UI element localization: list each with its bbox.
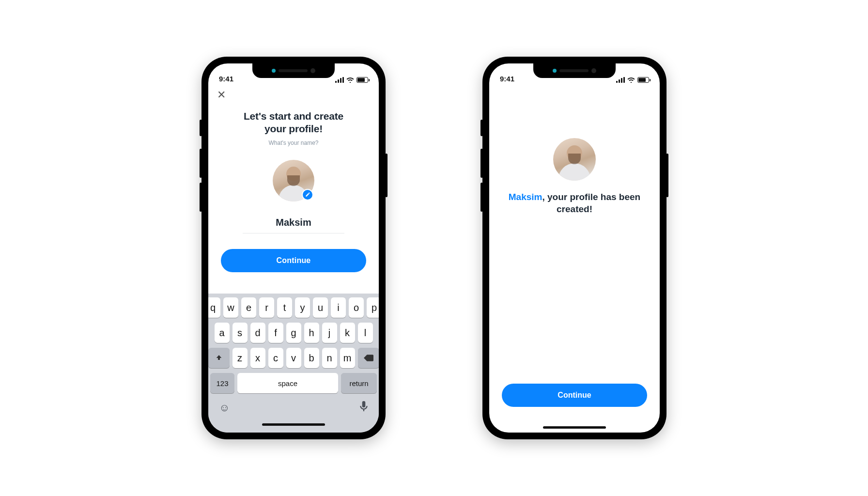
title-line-2: your profile!	[264, 123, 323, 134]
subtitle: What's your name?	[268, 140, 318, 146]
shift-icon	[215, 354, 223, 362]
keyboard-footer: ☺	[210, 398, 377, 416]
key-d[interactable]: d	[250, 323, 265, 343]
device-notch	[252, 63, 335, 78]
key-j[interactable]: j	[322, 323, 337, 343]
avatar-container	[273, 160, 314, 202]
status-icons	[335, 77, 368, 83]
screen-create-profile: 9:41 ✕ Let's start and create your profi…	[208, 63, 379, 433]
keyboard-row-2: a s d f g h j k l	[210, 323, 377, 343]
home-indicator[interactable]	[543, 426, 606, 429]
key-a[interactable]: a	[215, 323, 230, 343]
key-k[interactable]: k	[340, 323, 355, 343]
phone-mock-left: 9:41 ✕ Let's start and create your profi…	[202, 57, 386, 439]
page-title: Let's start and create your profile!	[244, 110, 343, 136]
keyboard: q w e r t y u i o p a s d f g h j k l	[208, 294, 379, 433]
key-c[interactable]: c	[268, 348, 283, 368]
title-line-1: Let's start and create	[244, 110, 343, 122]
status-icons	[616, 77, 649, 83]
key-z[interactable]: z	[232, 348, 248, 368]
keyboard-row-1: q w e r t y u i o p	[210, 297, 377, 318]
close-icon[interactable]: ✕	[215, 88, 228, 102]
key-w[interactable]: w	[223, 297, 238, 318]
mic-icon[interactable]	[359, 401, 368, 415]
battery-icon	[637, 77, 649, 83]
edit-avatar-button[interactable]	[302, 189, 313, 201]
wifi-icon	[346, 77, 354, 83]
continue-button[interactable]: Continue	[502, 384, 647, 407]
avatar	[553, 138, 596, 181]
key-y[interactable]: y	[295, 297, 310, 318]
key-u[interactable]: u	[313, 297, 328, 318]
key-p[interactable]: p	[367, 297, 379, 318]
key-x[interactable]: x	[250, 348, 265, 368]
success-name: Maksim	[509, 192, 542, 202]
status-time: 9:41	[500, 75, 514, 83]
device-notch	[533, 63, 616, 78]
key-b[interactable]: b	[304, 348, 319, 368]
key-l[interactable]: l	[358, 323, 373, 343]
nav-bar: ✕	[208, 85, 379, 105]
keyboard-row-3: z x c v b n m	[210, 348, 377, 368]
signal-icon	[616, 77, 625, 83]
key-v[interactable]: v	[286, 348, 301, 368]
status-time: 9:41	[219, 75, 233, 83]
backspace-icon	[364, 355, 373, 361]
key-e[interactable]: e	[241, 297, 256, 318]
shift-key[interactable]	[208, 348, 230, 368]
pencil-icon	[305, 192, 310, 197]
key-t[interactable]: t	[277, 297, 292, 318]
screen-profile-created: 9:41 Maksim, your profile has been creat…	[489, 63, 660, 433]
key-g[interactable]: g	[286, 323, 301, 343]
backspace-key[interactable]	[358, 348, 379, 368]
key-n[interactable]: n	[322, 348, 337, 368]
wifi-icon	[627, 77, 635, 83]
key-q[interactable]: q	[208, 297, 220, 318]
success-message: Maksim, your profile has been created!	[501, 191, 648, 215]
return-key[interactable]: return	[341, 373, 377, 393]
key-f[interactable]: f	[268, 323, 283, 343]
signal-icon	[335, 77, 344, 83]
phone-mock-right: 9:41 Maksim, your profile has been creat…	[482, 57, 666, 439]
key-o[interactable]: o	[349, 297, 364, 318]
success-tail: , your profile has been created!	[542, 192, 640, 214]
battery-icon	[356, 77, 368, 83]
numbers-key[interactable]: 123	[210, 373, 234, 393]
key-i[interactable]: i	[331, 297, 346, 318]
name-input[interactable]	[243, 214, 344, 233]
keyboard-row-4: 123 space return	[210, 373, 377, 393]
space-key[interactable]: space	[237, 373, 338, 393]
emoji-icon[interactable]: ☺	[219, 402, 230, 414]
key-s[interactable]: s	[232, 323, 248, 343]
key-h[interactable]: h	[304, 323, 319, 343]
key-m[interactable]: m	[340, 348, 355, 368]
continue-button[interactable]: Continue	[221, 249, 366, 272]
key-r[interactable]: r	[259, 297, 274, 318]
home-indicator[interactable]	[262, 423, 325, 426]
